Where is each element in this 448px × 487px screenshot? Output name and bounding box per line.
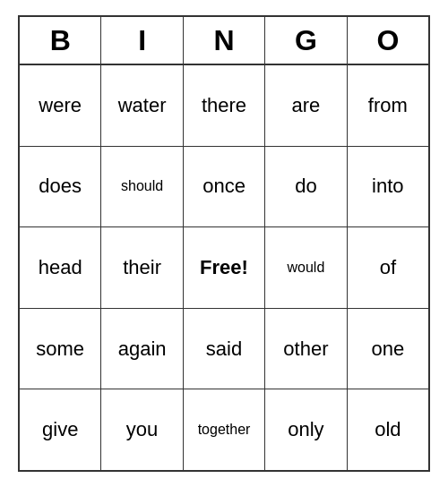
bingo-cell: from <box>348 65 428 146</box>
bingo-card: BINGO werewatertherearefromdoesshouldonc… <box>18 15 430 472</box>
bingo-cell: once <box>184 147 265 227</box>
header-letter: G <box>265 17 347 64</box>
bingo-cell: their <box>101 227 183 308</box>
bingo-cell: does <box>20 147 101 227</box>
header-letter: B <box>20 17 101 64</box>
header-letter: I <box>101 17 183 64</box>
bingo-row: giveyoutogetheronlyold <box>20 389 428 470</box>
bingo-header: BINGO <box>20 17 428 65</box>
bingo-cell: head <box>20 227 101 308</box>
bingo-cell: water <box>101 65 183 146</box>
bingo-cell: one <box>348 309 428 389</box>
bingo-cell: into <box>348 147 428 227</box>
bingo-cell: give <box>20 389 101 470</box>
free-cell: Free! <box>184 227 265 308</box>
bingo-cell: old <box>348 389 428 470</box>
bingo-row: headtheirFree!wouldof <box>20 227 428 309</box>
bingo-cell: should <box>101 147 183 227</box>
bingo-cell: some <box>20 309 101 389</box>
bingo-cell: only <box>265 389 347 470</box>
bingo-cell: do <box>265 147 347 227</box>
bingo-cell: are <box>265 65 347 146</box>
bingo-cell: again <box>101 309 183 389</box>
bingo-row: doesshouldoncedointo <box>20 147 428 228</box>
bingo-cell: other <box>265 309 347 389</box>
bingo-cell: said <box>184 309 265 389</box>
bingo-cell: of <box>348 227 428 308</box>
bingo-cell: would <box>265 227 347 308</box>
bingo-cell: there <box>184 65 265 146</box>
bingo-body: werewatertherearefromdoesshouldoncedoint… <box>20 65 428 470</box>
bingo-row: someagainsaidotherone <box>20 309 428 390</box>
bingo-cell: together <box>184 389 265 470</box>
bingo-row: werewatertherearefrom <box>20 65 428 147</box>
bingo-cell: were <box>20 65 101 146</box>
bingo-cell: you <box>101 389 183 470</box>
header-letter: N <box>184 17 265 64</box>
header-letter: O <box>348 17 428 64</box>
